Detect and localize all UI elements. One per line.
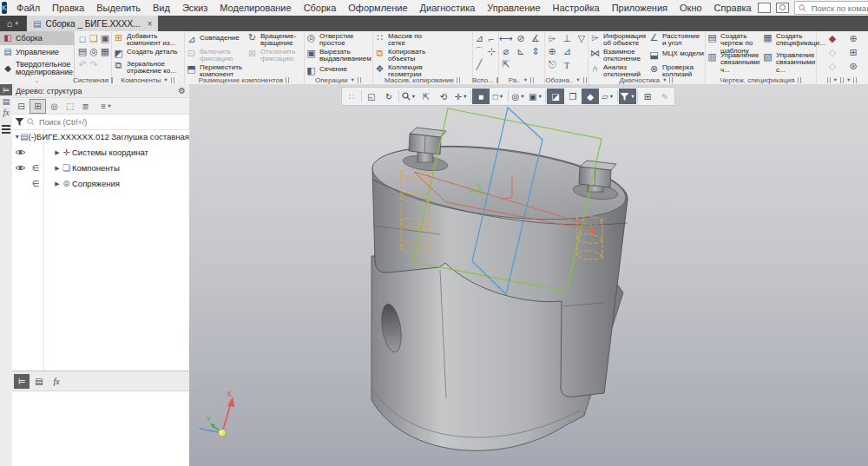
command-search[interactable] xyxy=(794,1,868,15)
menu-sketch[interactable]: Эскиз xyxy=(176,2,214,14)
home-tab[interactable]: ⌂▼ xyxy=(0,16,26,31)
image-capture-icon[interactable]: ▣▼ xyxy=(527,89,544,104)
stamp-icon[interactable]: ▱▼ xyxy=(599,89,616,104)
mirror-component-button[interactable]: ⧉ Зеркальное отражение ко... xyxy=(113,61,181,75)
dim-aligned-icon[interactable]: ⇱ xyxy=(500,59,512,70)
section-view-icon[interactable]: ◪ xyxy=(547,89,564,104)
tree-row-coordinate-systems[interactable]: ▶ ✛ Системы координат xyxy=(12,145,189,160)
placement-plane-icon[interactable]: ◱ xyxy=(363,89,380,104)
rotate-view-icon[interactable]: ↻ xyxy=(380,89,398,104)
collapsed-triangle-icon[interactable]: ▶ xyxy=(54,180,61,187)
filter-icon[interactable]: ▼ xyxy=(619,89,636,104)
add-component-button[interactable]: ⊞ Добавить компонент из... xyxy=(113,33,181,48)
menu-diagnostics[interactable]: Диагностика xyxy=(414,2,482,14)
rotation-rotation-button[interactable]: ↻ Вращение-вращение xyxy=(247,33,304,48)
mode-assembly[interactable]: ◧ Сборка xyxy=(0,31,74,45)
bottom-variables-tab[interactable]: fx xyxy=(49,374,64,389)
dim-angle-icon[interactable]: ∡ xyxy=(529,33,542,44)
hide-objects-icon[interactable]: ◎▼ xyxy=(510,89,527,104)
aux-surface-icon[interactable]: ⌒ xyxy=(473,46,485,57)
menu-assembly[interactable]: Сборка xyxy=(298,2,343,14)
command-search-input[interactable] xyxy=(810,3,868,14)
modes-collapse-chevron[interactable]: ⌄ xyxy=(0,77,74,84)
save-icon[interactable]: ▣ xyxy=(99,33,111,44)
rotate-object-icon[interactable]: ⟲ xyxy=(435,89,452,104)
tree-search-view-icon[interactable]: ◎ xyxy=(47,100,62,113)
menu-file[interactable]: Файл xyxy=(10,2,46,14)
orientation-icon[interactable]: ✛▼ xyxy=(452,89,470,104)
create-part-button[interactable]: ◩ Создать деталь xyxy=(113,49,177,58)
select-region-icon[interactable]: ⊞ xyxy=(847,47,859,58)
display-mode-icon[interactable]: □▼ xyxy=(490,89,507,104)
tree-search-input[interactable] xyxy=(37,117,187,128)
tree-display-options-icon[interactable]: ≡▼ xyxy=(99,100,114,113)
menu-window[interactable]: Окно xyxy=(674,2,708,14)
zoom-fit-icon[interactable]: ⇱ xyxy=(418,89,435,104)
bottom-tree-tab[interactable]: ⊨ xyxy=(14,374,30,389)
tree-selection-icon[interactable]: ⬚ xyxy=(62,100,77,113)
print-icon[interactable]: ▤ xyxy=(76,46,89,57)
gear-icon[interactable]: ⚙ xyxy=(178,86,186,95)
menu-settings[interactable]: Настройка xyxy=(547,2,606,14)
screenshot-icon[interactable] xyxy=(776,3,789,13)
dim-linear-icon[interactable]: ⟷ xyxy=(500,33,512,44)
leader-icon[interactable]: ⌲ xyxy=(546,33,558,44)
menu-management[interactable]: Управление xyxy=(481,2,546,14)
manage-linked-specs-button[interactable]: ▧ Управление связанными с... xyxy=(762,52,816,74)
dim-arc-icon[interactable]: ⊾ xyxy=(515,46,527,57)
tab-close-icon[interactable]: × xyxy=(147,19,152,29)
tree-structure-view-icon[interactable]: ⊟ xyxy=(14,100,29,113)
manage-linked-drawings-button[interactable]: ▥ Управление связанными ч... xyxy=(707,52,764,74)
zoom-icon[interactable]: ▼ xyxy=(400,89,418,104)
strip-notebook-tab[interactable]: ▤ xyxy=(0,95,12,107)
tolerance-icon[interactable]: ⊕ xyxy=(546,46,558,57)
coincidence-button[interactable]: ⊿ Совпадение xyxy=(186,35,240,44)
mutual-deviation-button[interactable]: ⋈ Взаимное отклонение xyxy=(589,49,650,63)
datum-icon[interactable]: ⊥ xyxy=(561,33,573,44)
menu-edit[interactable]: Правка xyxy=(46,2,90,14)
aux-point-icon[interactable]: ⊹ xyxy=(485,46,497,57)
component-mode-icon[interactable]: ◆ xyxy=(582,89,599,104)
text-icon[interactable]: T xyxy=(561,59,573,70)
layout-icon[interactable] xyxy=(758,3,771,13)
shaded-display-icon[interactable]: ■ xyxy=(472,89,490,104)
mode-solid-modeling[interactable]: ◆ Твердотельное моделирование xyxy=(0,59,74,78)
clip-box-icon[interactable]: ❒ xyxy=(564,89,582,104)
menu-styling[interactable]: Оформление xyxy=(342,2,413,14)
mode-management[interactable]: ▤ Управление xyxy=(0,45,74,59)
add-feature-icon[interactable]: ⊕ xyxy=(847,33,859,44)
tree-search[interactable] xyxy=(12,115,189,130)
aux-axis-icon[interactable]: ⌐ xyxy=(485,33,497,44)
strip-tree-tab[interactable]: ⊨ xyxy=(0,84,12,95)
collapsed-triangle-icon[interactable]: ▶ xyxy=(54,149,61,156)
grid-array-button[interactable]: ∷ Массив по сетке xyxy=(374,33,437,48)
menu-modeling[interactable]: Моделирование xyxy=(214,2,297,14)
toolbar-grip[interactable]: ∷ xyxy=(343,89,360,104)
viewport-3d[interactable]: X Y ∷ ◱ ↻ ▼ ⇱ ⟲ ✛▼ ■ □▼ ◎▼ ▣▼ ◪ xyxy=(189,84,868,466)
copy-objects-button[interactable]: ⧉ Копировать объекты xyxy=(374,49,437,63)
component-tool-icon[interactable]: ◆ xyxy=(826,33,838,44)
dim-vertical-icon[interactable]: ⇕ xyxy=(529,46,542,57)
collapsed-triangle-icon[interactable]: ▶ xyxy=(54,165,61,172)
save-as-icon[interactable]: ▦ xyxy=(99,46,111,57)
dim-diameter-icon[interactable]: ⊘ xyxy=(515,33,527,44)
tree-row-components[interactable]: ▶ ❏ Компоненты xyxy=(12,161,189,175)
menu-applications[interactable]: Приложения xyxy=(606,2,674,14)
tree-row-root[interactable]: ▼ ▤ (-)БИГЕ.XXXXXX.012 Заглушка составна… xyxy=(12,129,189,144)
aux-spline-icon[interactable]: ╱ xyxy=(473,59,485,70)
tree-composition-view-icon[interactable]: ⊞ xyxy=(30,99,46,114)
section-line-icon[interactable]: ⎋ xyxy=(546,59,558,70)
new-document-icon[interactable]: □ xyxy=(76,33,89,44)
create-specification-button[interactable]: ▦ Создать спецификаци... xyxy=(762,33,819,48)
menu-select[interactable]: Выделить xyxy=(90,2,147,14)
aux-plane-icon[interactable]: ⊿ xyxy=(473,33,485,44)
measure-icon[interactable]: ⊞ xyxy=(639,89,656,104)
tree-layers-icon[interactable]: ≣ xyxy=(78,100,93,113)
object-info-button[interactable]: ⌲ Информация об объекте xyxy=(589,33,650,48)
expand-triangle-icon[interactable]: ▼ xyxy=(14,134,20,140)
refine-icon[interactable]: ⊛ xyxy=(847,61,859,72)
cut-extrude-button[interactable]: ▣ Вырезать выдавливанием xyxy=(306,49,372,63)
roughness-icon[interactable]: ▽ xyxy=(575,33,588,44)
filter-icon[interactable] xyxy=(15,117,24,127)
menu-help[interactable]: Справка xyxy=(708,2,758,14)
